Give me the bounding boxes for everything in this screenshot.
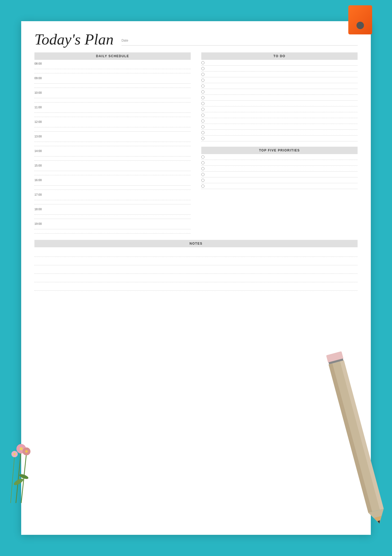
time-line-1100b[interactable]: [34, 113, 191, 117]
time-line-1100a[interactable]: [34, 109, 191, 113]
priority-item-1: [201, 154, 358, 160]
date-label: Date: [122, 39, 358, 42]
time-slot-1700: 17:00: [34, 191, 191, 205]
todo-item-8: [201, 101, 358, 106]
time-label-1500: 15:00: [34, 164, 191, 167]
page-title: Today's Plan: [34, 32, 114, 47]
time-label-1400: 14:00: [34, 149, 191, 153]
todo-checkbox-4[interactable]: [201, 79, 204, 82]
time-line-1900a[interactable]: [34, 226, 191, 229]
svg-point-8: [20, 447, 23, 450]
todo-checkbox-9[interactable]: [201, 108, 204, 111]
todo-item-5: [201, 83, 358, 89]
time-slot-1400: 14:00: [34, 147, 191, 162]
paper: Today's Plan Date DAILY SCHEDULE 08:00 0…: [21, 21, 371, 535]
time-slot-1000: 10:00: [34, 89, 191, 104]
notes-line-5[interactable]: [34, 283, 358, 291]
time-line-1800b[interactable]: [34, 215, 191, 219]
time-line-1600a[interactable]: [34, 182, 191, 186]
time-line-0900a[interactable]: [34, 80, 191, 84]
todo-item-2: [201, 66, 358, 71]
time-label-1300: 13:00: [34, 135, 191, 138]
time-line-1500a[interactable]: [34, 167, 191, 171]
todo-section: TO DO: [201, 52, 358, 141]
time-slot-0800: 08:00: [34, 60, 191, 74]
time-line-1000b[interactable]: [34, 99, 191, 102]
header: Today's Plan Date: [34, 32, 358, 47]
todo-checkbox-14[interactable]: [201, 137, 204, 140]
time-line-1600b[interactable]: [34, 186, 191, 190]
time-line-1300a[interactable]: [34, 138, 191, 142]
notes-line-3[interactable]: [34, 266, 358, 274]
time-line-0800a[interactable]: [34, 65, 191, 69]
time-line-1400b[interactable]: [34, 157, 191, 161]
todo-item-4: [201, 77, 358, 83]
todo-checkbox-5[interactable]: [201, 84, 204, 88]
todo-header: TO DO: [201, 52, 358, 60]
time-line-1300b[interactable]: [34, 142, 191, 146]
priority-checkbox-2[interactable]: [201, 161, 204, 164]
todo-checkbox-3[interactable]: [201, 73, 204, 76]
date-line[interactable]: [122, 43, 358, 46]
time-line-1700b[interactable]: [34, 201, 191, 204]
todo-checkbox-10[interactable]: [201, 114, 204, 117]
priorities-section: TOP FIVE PRIORITIES: [201, 147, 358, 189]
priority-checkbox-1[interactable]: [201, 155, 204, 159]
todo-item-9: [201, 106, 358, 112]
time-line-1200b[interactable]: [34, 128, 191, 132]
time-line-0800b[interactable]: [34, 70, 191, 73]
time-line-1900b[interactable]: [34, 230, 191, 234]
time-line-1800a[interactable]: [34, 211, 191, 215]
priority-item-5: [201, 177, 358, 183]
time-line-0900b[interactable]: [34, 84, 191, 88]
time-line-1000a[interactable]: [34, 95, 191, 98]
time-label-0800: 08:00: [34, 62, 191, 65]
priority-item-4: [201, 172, 358, 177]
priority-checkbox-4[interactable]: [201, 173, 204, 176]
priority-item-6: [201, 183, 358, 189]
schedule-section: DAILY SCHEDULE 08:00 09:00 10:00: [34, 52, 193, 235]
time-line-1700a[interactable]: [34, 196, 191, 200]
priority-checkbox-5[interactable]: [201, 179, 204, 182]
time-label-1700: 17:00: [34, 193, 191, 196]
priority-checkbox-3[interactable]: [201, 167, 204, 170]
priority-item-3: [201, 166, 358, 172]
time-slot-1900: 19:00: [34, 220, 191, 235]
content-grid: DAILY SCHEDULE 08:00 09:00 10:00: [34, 52, 358, 292]
todo-item-3: [201, 71, 358, 77]
todo-checkbox-11[interactable]: [201, 119, 204, 123]
todo-checkbox-1[interactable]: [201, 61, 204, 64]
todo-checkbox-6[interactable]: [201, 90, 204, 93]
sharpener-decoration: [344, 0, 376, 48]
svg-line-2: [11, 455, 15, 503]
date-section: Date: [122, 39, 358, 47]
time-slot-0900: 09:00: [34, 74, 191, 89]
notes-header: NOTES: [34, 240, 358, 247]
svg-point-10: [14, 453, 16, 455]
todo-checkbox-7[interactable]: [201, 96, 204, 99]
notes-section: NOTES: [34, 240, 358, 292]
time-label-1800: 18:00: [34, 208, 191, 211]
time-line-1200a[interactable]: [34, 124, 191, 127]
time-label-1000: 10:00: [34, 91, 191, 94]
todo-item-6: [201, 89, 358, 95]
time-label-1600: 16:00: [34, 178, 191, 182]
time-slot-1200: 12:00: [34, 118, 191, 133]
notes-line-1[interactable]: [34, 249, 358, 257]
todo-item-11: [201, 118, 358, 124]
time-label-0900: 09:00: [34, 77, 191, 80]
time-slot-1100: 11:00: [34, 104, 191, 118]
time-line-1500b[interactable]: [34, 172, 191, 175]
priority-checkbox-6[interactable]: [201, 185, 204, 188]
svg-point-9: [25, 450, 28, 453]
time-line-1400a[interactable]: [34, 153, 191, 156]
todo-checkbox-12[interactable]: [201, 125, 204, 128]
todo-item-13: [201, 130, 358, 136]
time-slot-1500: 15:00: [34, 162, 191, 176]
notes-line-4[interactable]: [34, 275, 358, 282]
notes-line-2[interactable]: [34, 258, 358, 265]
todo-checkbox-2[interactable]: [201, 67, 204, 70]
todo-checkbox-13[interactable]: [201, 131, 204, 134]
todo-checkbox-8[interactable]: [201, 102, 204, 105]
time-label-1200: 12:00: [34, 120, 191, 123]
